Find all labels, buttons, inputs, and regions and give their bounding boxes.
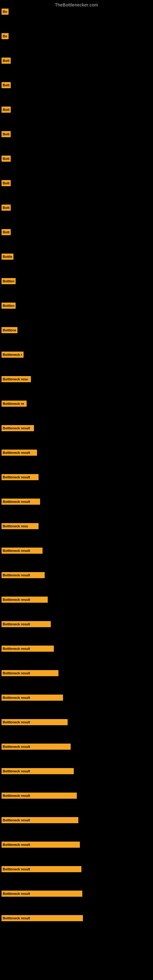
result-bar bbox=[34, 817, 78, 823]
result-bar bbox=[34, 695, 63, 701]
result-label: Bottleneck result bbox=[2, 817, 34, 823]
result-label: Bottleneck result bbox=[2, 915, 34, 921]
result-row: Bottlen bbox=[0, 302, 153, 309]
result-bar bbox=[34, 621, 51, 627]
result-label: Bottleneck result bbox=[2, 425, 34, 431]
result-row: Bottleneck result bbox=[0, 450, 153, 456]
result-label: Bottleneck result bbox=[2, 597, 34, 603]
result-label: Bott bbox=[2, 131, 11, 137]
result-row: Bottleneck result bbox=[0, 915, 153, 921]
result-label: Bott bbox=[2, 156, 11, 162]
result-row: Bott bbox=[0, 229, 153, 235]
result-bar bbox=[34, 646, 54, 652]
result-row: Bottleneck re bbox=[0, 401, 153, 407]
result-row: Bottleneck result bbox=[0, 670, 153, 676]
result-row: Bottleneck result bbox=[0, 866, 153, 872]
result-bar bbox=[34, 768, 74, 774]
results-container: BoBoBottBottBottBottBottBottBottBottBott… bbox=[0, 9, 153, 921]
result-bar bbox=[34, 915, 83, 921]
result-row: Bottleneck result bbox=[0, 597, 153, 603]
result-row: Bott bbox=[0, 131, 153, 137]
result-label: Bott bbox=[2, 205, 11, 211]
result-row: Bottleneck result bbox=[0, 646, 153, 652]
result-bar bbox=[34, 474, 38, 480]
result-label: Bott bbox=[2, 180, 11, 186]
result-label: Bott bbox=[2, 107, 11, 113]
result-row: Bottleneck result bbox=[0, 719, 153, 725]
result-row: Bott bbox=[0, 205, 153, 211]
result-label: Bottleneck result bbox=[2, 474, 34, 480]
result-label: Bottleneck result bbox=[2, 670, 34, 676]
result-row: Bottlene bbox=[0, 327, 153, 333]
result-label: Bottlen bbox=[2, 302, 16, 309]
result-row: Bottleneck r bbox=[0, 352, 153, 358]
result-bar bbox=[34, 450, 37, 456]
result-row: Bottleneck result bbox=[0, 474, 153, 480]
result-bar bbox=[34, 866, 81, 872]
result-label: Bottleneck result bbox=[2, 891, 34, 897]
result-row: Bottleneck result bbox=[0, 744, 153, 750]
result-label: Bott bbox=[2, 57, 11, 64]
result-label: Bottleneck resu bbox=[2, 376, 31, 382]
result-label: Bottleneck result bbox=[2, 646, 34, 652]
result-row: Bottleneck result bbox=[0, 621, 153, 627]
result-label: Bottleneck result bbox=[2, 621, 34, 627]
result-bar bbox=[34, 572, 45, 578]
result-label: Bottle bbox=[2, 254, 13, 260]
result-row: Bott bbox=[0, 107, 153, 113]
result-row: Bott bbox=[0, 156, 153, 162]
result-row: Bottleneck result bbox=[0, 499, 153, 505]
result-label: Bottlen bbox=[2, 278, 16, 284]
result-row: Bottleneck result bbox=[0, 768, 153, 774]
result-label: Bottleneck resu bbox=[2, 523, 31, 529]
result-row: Bottleneck result bbox=[0, 792, 153, 799]
result-row: Bottle bbox=[0, 254, 153, 260]
result-label: Bottleneck result bbox=[2, 744, 34, 750]
result-row: Bottleneck result bbox=[0, 425, 153, 431]
result-bar bbox=[31, 523, 38, 529]
result-label: Bottleneck result bbox=[2, 866, 34, 872]
result-row: Bott bbox=[0, 57, 153, 64]
result-row: Bottleneck resu bbox=[0, 523, 153, 529]
result-label: Bottleneck re bbox=[2, 401, 27, 407]
result-row: Bottleneck result bbox=[0, 547, 153, 554]
result-label: Bo bbox=[2, 33, 9, 39]
result-label: Bottleneck result bbox=[2, 572, 34, 578]
result-bar bbox=[34, 719, 68, 725]
result-row: Bottleneck resu bbox=[0, 376, 153, 382]
result-row: Bottleneck result bbox=[0, 817, 153, 823]
result-row: Bott bbox=[0, 82, 153, 88]
result-label: Bottleneck result bbox=[2, 499, 34, 505]
result-label: Bottleneck result bbox=[2, 842, 34, 848]
result-bar bbox=[34, 842, 80, 848]
result-label: Bottleneck result bbox=[2, 547, 34, 554]
result-label: Bott bbox=[2, 229, 11, 235]
result-row: Bo bbox=[0, 33, 153, 39]
result-row: Bottleneck result bbox=[0, 695, 153, 701]
result-label: Bottleneck r bbox=[2, 352, 24, 358]
result-row: Bo bbox=[0, 9, 153, 15]
result-bar bbox=[34, 744, 71, 750]
result-label: Bottleneck result bbox=[2, 719, 34, 725]
result-label: Bottleneck result bbox=[2, 768, 34, 774]
result-bar bbox=[34, 670, 59, 676]
site-title: TheBottlenecker.com bbox=[0, 0, 153, 9]
result-bar bbox=[34, 891, 82, 897]
result-label: Bott bbox=[2, 82, 11, 88]
result-bar bbox=[34, 597, 48, 603]
result-label: Bottlene bbox=[2, 327, 18, 333]
result-row: Bott bbox=[0, 180, 153, 186]
result-bar bbox=[34, 792, 77, 799]
result-row: Bottlen bbox=[0, 278, 153, 284]
result-row: Bottleneck result bbox=[0, 842, 153, 848]
result-label: Bottleneck result bbox=[2, 695, 34, 701]
result-bar bbox=[34, 547, 43, 554]
result-label: Bottleneck result bbox=[2, 792, 34, 799]
result-label: Bottleneck result bbox=[2, 450, 34, 456]
result-label: Bo bbox=[2, 9, 9, 15]
result-row: Bottleneck result bbox=[0, 572, 153, 578]
result-bar bbox=[34, 499, 40, 505]
result-row: Bottleneck result bbox=[0, 891, 153, 897]
